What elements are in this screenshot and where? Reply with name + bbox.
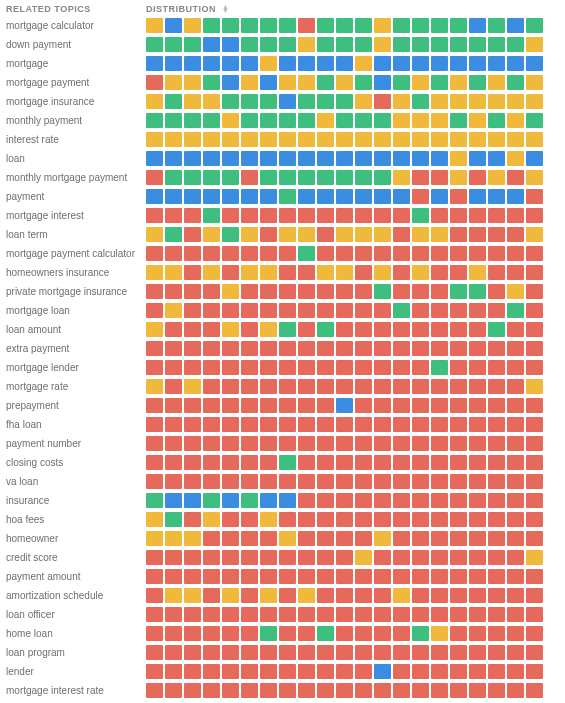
distribution-cell[interactable] — [488, 493, 505, 508]
distribution-cell[interactable] — [469, 455, 486, 470]
distribution-cell[interactable] — [298, 227, 315, 242]
distribution-cell[interactable] — [260, 436, 277, 451]
distribution-cell[interactable] — [222, 455, 239, 470]
distribution-cell[interactable] — [165, 265, 182, 280]
distribution-cell[interactable] — [412, 18, 429, 33]
distribution-cell[interactable] — [393, 512, 410, 527]
distribution-cell[interactable] — [298, 455, 315, 470]
distribution-cell[interactable] — [260, 94, 277, 109]
distribution-cell[interactable] — [412, 607, 429, 622]
topic-label[interactable]: hoa fees — [0, 514, 146, 525]
distribution-cell[interactable] — [241, 417, 258, 432]
distribution-cell[interactable] — [412, 360, 429, 375]
distribution-cell[interactable] — [298, 322, 315, 337]
distribution-cell[interactable] — [165, 493, 182, 508]
topic-label[interactable]: loan term — [0, 229, 146, 240]
distribution-cell[interactable] — [450, 246, 467, 261]
distribution-cell[interactable] — [260, 531, 277, 546]
distribution-cell[interactable] — [241, 189, 258, 204]
distribution-cell[interactable] — [488, 531, 505, 546]
distribution-cell[interactable] — [507, 512, 524, 527]
distribution-cell[interactable] — [222, 18, 239, 33]
distribution-cell[interactable] — [317, 113, 334, 128]
distribution-cell[interactable] — [165, 683, 182, 698]
distribution-cell[interactable] — [146, 379, 163, 394]
distribution-cell[interactable] — [526, 18, 543, 33]
distribution-cell[interactable] — [526, 132, 543, 147]
distribution-cell[interactable] — [393, 569, 410, 584]
distribution-cell[interactable] — [336, 474, 353, 489]
distribution-cell[interactable] — [412, 455, 429, 470]
distribution-cell[interactable] — [222, 607, 239, 622]
distribution-cell[interactable] — [298, 398, 315, 413]
distribution-cell[interactable] — [165, 18, 182, 33]
distribution-cell[interactable] — [165, 360, 182, 375]
distribution-cell[interactable] — [279, 474, 296, 489]
distribution-cell[interactable] — [336, 303, 353, 318]
distribution-cell[interactable] — [450, 664, 467, 679]
distribution-cell[interactable] — [450, 75, 467, 90]
distribution-cell[interactable] — [469, 284, 486, 299]
distribution-cell[interactable] — [488, 170, 505, 185]
distribution-cell[interactable] — [488, 151, 505, 166]
distribution-cell[interactable] — [279, 284, 296, 299]
distribution-cell[interactable] — [317, 189, 334, 204]
distribution-cell[interactable] — [241, 626, 258, 641]
distribution-cell[interactable] — [507, 550, 524, 565]
distribution-cell[interactable] — [450, 360, 467, 375]
distribution-cell[interactable] — [203, 341, 220, 356]
distribution-cell[interactable] — [203, 322, 220, 337]
distribution-cell[interactable] — [526, 607, 543, 622]
topic-label[interactable]: mortgage interest — [0, 210, 146, 221]
distribution-cell[interactable] — [355, 550, 372, 565]
distribution-cell[interactable] — [165, 322, 182, 337]
distribution-cell[interactable] — [165, 113, 182, 128]
distribution-cell[interactable] — [355, 132, 372, 147]
distribution-cell[interactable] — [507, 189, 524, 204]
topic-label[interactable]: mortgage — [0, 58, 146, 69]
distribution-cell[interactable] — [184, 37, 201, 52]
topic-label[interactable]: loan amount — [0, 324, 146, 335]
distribution-cell[interactable] — [317, 474, 334, 489]
distribution-cell[interactable] — [298, 56, 315, 71]
distribution-cell[interactable] — [184, 56, 201, 71]
distribution-cell[interactable] — [165, 227, 182, 242]
distribution-cell[interactable] — [260, 284, 277, 299]
distribution-cell[interactable] — [241, 284, 258, 299]
distribution-cell[interactable] — [488, 550, 505, 565]
distribution-cell[interactable] — [355, 436, 372, 451]
distribution-cell[interactable] — [355, 360, 372, 375]
distribution-cell[interactable] — [526, 284, 543, 299]
distribution-cell[interactable] — [260, 588, 277, 603]
distribution-cell[interactable] — [412, 227, 429, 242]
distribution-cell[interactable] — [317, 493, 334, 508]
distribution-cell[interactable] — [374, 75, 391, 90]
distribution-cell[interactable] — [374, 113, 391, 128]
distribution-cell[interactable] — [450, 512, 467, 527]
distribution-cell[interactable] — [146, 550, 163, 565]
distribution-cell[interactable] — [393, 265, 410, 280]
distribution-cell[interactable] — [184, 170, 201, 185]
distribution-cell[interactable] — [393, 322, 410, 337]
distribution-cell[interactable] — [393, 645, 410, 660]
distribution-cell[interactable] — [355, 683, 372, 698]
distribution-cell[interactable] — [355, 664, 372, 679]
topic-label[interactable]: mortgage calculator — [0, 20, 146, 31]
distribution-cell[interactable] — [526, 246, 543, 261]
distribution-cell[interactable] — [393, 341, 410, 356]
topic-label[interactable]: extra payment — [0, 343, 146, 354]
distribution-cell[interactable] — [469, 56, 486, 71]
distribution-cell[interactable] — [184, 227, 201, 242]
distribution-cell[interactable] — [374, 455, 391, 470]
column-header-topics[interactable]: RELATED TOPICS — [6, 4, 146, 14]
distribution-cell[interactable] — [298, 683, 315, 698]
distribution-cell[interactable] — [260, 322, 277, 337]
distribution-cell[interactable] — [355, 189, 372, 204]
distribution-cell[interactable] — [165, 189, 182, 204]
distribution-cell[interactable] — [184, 512, 201, 527]
topic-label[interactable]: payment number — [0, 438, 146, 449]
distribution-cell[interactable] — [431, 664, 448, 679]
distribution-cell[interactable] — [507, 607, 524, 622]
distribution-cell[interactable] — [165, 94, 182, 109]
distribution-cell[interactable] — [374, 360, 391, 375]
